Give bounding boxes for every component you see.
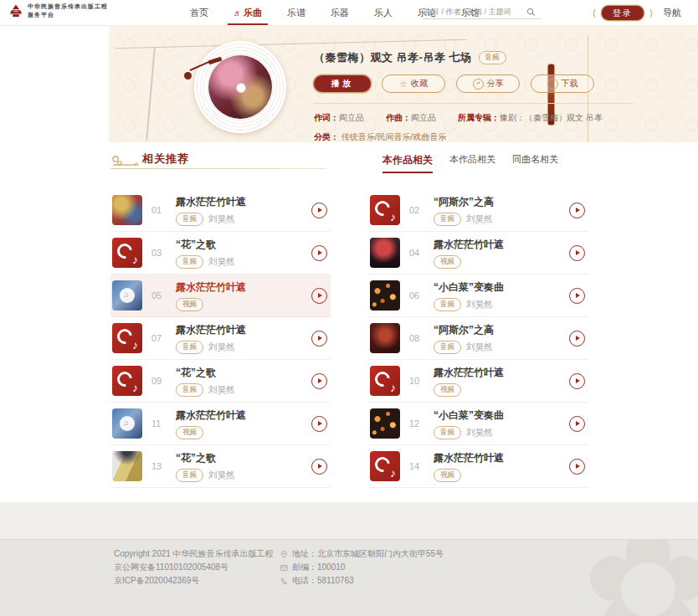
related-item-row[interactable]: 01 露水茫茫竹叶遮 音频 刘昊然 — [110, 189, 331, 232]
row-play-button[interactable] — [311, 459, 327, 475]
track-thumbnail[interactable] — [112, 280, 142, 311]
related-item-row[interactable]: 10 露水茫茫竹叶遮 视频 — [368, 360, 588, 403]
site-nav-link[interactable]: 导航 — [663, 0, 681, 25]
track-title[interactable]: 露水茫茫竹叶遮 — [434, 451, 504, 465]
track-title[interactable]: 露水茫茫竹叶遮 — [176, 280, 246, 295]
address-label: 地址： — [292, 549, 317, 558]
track-title[interactable]: “小白菜”变奏曲 — [434, 280, 504, 295]
download-label: 下载 — [562, 78, 578, 90]
track-number: 01 — [151, 205, 168, 215]
track-title[interactable]: “花”之歌 — [176, 238, 235, 252]
media-type-badge: 音频 — [176, 469, 203, 482]
related-item-row[interactable]: 03 “花”之歌 音频 刘昊然 — [110, 232, 331, 275]
track-title[interactable]: “小白菜”变奏曲 — [434, 408, 504, 423]
track-title[interactable]: “阿斯尔”之高 — [434, 323, 494, 337]
track-thumbnail[interactable] — [112, 238, 142, 268]
favorite-button[interactable]: ☆ 收藏 — [382, 74, 445, 93]
track-title[interactable]: “花”之歌 — [176, 451, 235, 465]
related-item-row[interactable]: 14 露水茫茫竹叶遮 视频 — [368, 445, 588, 488]
share-button[interactable]: ↗ 分享 — [456, 74, 520, 93]
scroll-edge-line — [115, 39, 467, 49]
star-icon: ☆ — [399, 80, 408, 89]
track-thumbnail[interactable] — [112, 451, 142, 481]
tab-this-work-2[interactable]: 本作品相关 — [449, 153, 495, 173]
related-item-row[interactable]: 12 “小白菜”变奏曲 音频 刘昊然 — [368, 403, 588, 445]
row-play-button[interactable] — [311, 331, 327, 346]
track-thumbnail[interactable] — [112, 366, 142, 396]
search-icon[interactable] — [526, 8, 536, 17]
row-play-button[interactable] — [569, 331, 585, 346]
related-item-row[interactable]: 08 “阿斯尔”之高 音频 刘昊然 — [368, 317, 588, 360]
track-thumbnail[interactable] — [370, 323, 400, 353]
category-label: 分类： — [314, 132, 339, 141]
album-value: 豫剧：（秦雪梅）观文 吊孝 — [500, 113, 603, 122]
location-pin-icon — [280, 551, 288, 558]
track-artist: 刘昊然 — [208, 341, 235, 353]
track-thumbnail[interactable] — [370, 238, 400, 268]
brand-logo[interactable]: 中华民族音乐传承出版工程 服务平台 — [8, 3, 108, 19]
nav-item-instruments[interactable]: ♬乐器 — [318, 0, 362, 25]
row-play-button[interactable] — [311, 373, 327, 389]
phone-icon — [280, 578, 288, 585]
track-thumbnail[interactable] — [370, 280, 400, 311]
composer-value: 阎立品 — [411, 113, 436, 122]
row-play-button[interactable] — [569, 416, 585, 432]
row-play-button[interactable] — [569, 459, 585, 475]
music-note-icon: ♬ — [234, 8, 242, 18]
nav-item-scores[interactable]: ♬乐谱 — [275, 0, 318, 25]
search-input[interactable] — [423, 6, 526, 18]
flower-watermark: ✿ — [582, 539, 698, 616]
track-thumbnail[interactable] — [112, 195, 142, 225]
track-number: 04 — [409, 248, 426, 258]
track-thumbnail[interactable] — [370, 366, 400, 396]
track-thumbnail[interactable] — [112, 323, 142, 353]
row-play-button[interactable] — [311, 245, 327, 261]
track-title[interactable]: “阿斯尔”之高 — [434, 195, 494, 209]
related-item-row[interactable]: 09 “花”之歌 音频 刘昊然 — [110, 360, 331, 403]
row-play-button[interactable] — [569, 373, 585, 389]
media-type-badge: 音频 — [176, 213, 203, 226]
track-thumbnail[interactable] — [370, 451, 400, 481]
track-title[interactable]: 露水茫茫竹叶遮 — [176, 323, 246, 337]
related-item-row[interactable]: 02 “阿斯尔”之高 音频 刘昊然 — [368, 189, 588, 232]
row-play-button[interactable] — [311, 288, 327, 304]
track-number: 14 — [409, 461, 426, 471]
related-item-row[interactable]: 13 “花”之歌 音频 刘昊然 — [110, 445, 331, 488]
track-thumbnail[interactable] — [370, 408, 400, 439]
row-play-button[interactable] — [569, 203, 585, 218]
tab-same-title[interactable]: 同曲名相关 — [512, 153, 558, 173]
row-play-button[interactable] — [569, 288, 585, 304]
track-text: 露水茫茫竹叶遮 视频 — [176, 280, 246, 311]
track-title[interactable]: “花”之歌 — [176, 366, 235, 380]
track-number: 11 — [151, 418, 168, 429]
row-play-button[interactable] — [311, 203, 327, 218]
zip-value: 100010 — [317, 562, 345, 572]
track-title: （秦雪梅）观文 吊孝-吊孝 七场 — [314, 50, 472, 65]
nav-item-music[interactable]: ♬乐曲 — [221, 0, 275, 25]
related-item-row[interactable]: 11 露水茫茫竹叶遮 视频 — [110, 403, 331, 445]
track-title[interactable]: 露水茫茫竹叶遮 — [176, 195, 246, 209]
tel-value: 58110763 — [317, 576, 354, 585]
track-thumbnail[interactable] — [112, 408, 142, 439]
nav-item-musicians[interactable]: ♬乐人 — [362, 0, 405, 25]
related-item-row[interactable]: 06 “小白菜”变奏曲 音频 刘昊然 — [368, 275, 588, 317]
track-number: 08 — [409, 333, 426, 343]
track-artist: 刘昊然 — [208, 256, 235, 268]
play-button[interactable]: 播放 — [314, 75, 371, 92]
download-button[interactable]: ↓ 下载 — [531, 74, 594, 93]
related-item-row[interactable]: 05 露水茫茫竹叶遮 视频 — [110, 275, 331, 317]
track-title[interactable]: 露水茫茫竹叶遮 — [434, 366, 504, 380]
related-item-row[interactable]: 04 露水茫茫竹叶遮 视频 — [368, 232, 588, 275]
track-title[interactable]: 露水茫茫竹叶遮 — [176, 408, 246, 423]
nav-item-home[interactable]: ♬首页 — [177, 0, 221, 25]
track-title[interactable]: 露水茫茫竹叶遮 — [434, 238, 504, 252]
row-play-button[interactable] — [311, 416, 327, 432]
login-wrap: 登录 — [601, 5, 644, 21]
track-artist: 刘昊然 — [466, 341, 493, 353]
tab-this-work-1[interactable]: 本作品相关 — [382, 153, 433, 173]
row-play-button[interactable] — [569, 245, 585, 261]
track-thumbnail[interactable] — [370, 195, 400, 225]
login-button[interactable]: 登录 — [601, 5, 644, 21]
track-artist: 刘昊然 — [208, 213, 235, 225]
related-item-row[interactable]: 07 露水茫茫竹叶遮 音频 刘昊然 — [110, 317, 331, 360]
